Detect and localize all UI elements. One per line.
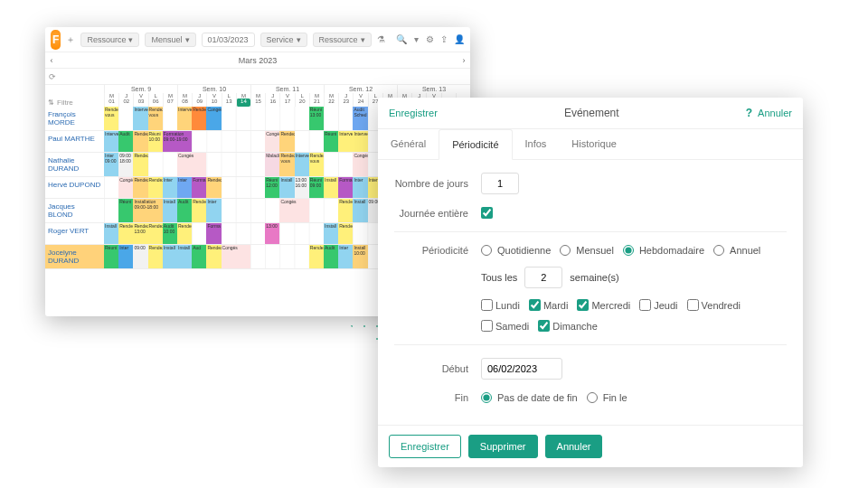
event-block[interactable]: Forma [192, 177, 206, 198]
resource-name[interactable]: Jacques BLOND [45, 199, 104, 222]
event-block[interactable]: Install [324, 177, 338, 198]
save-top-link[interactable]: Enregistrer [389, 108, 438, 118]
day-number[interactable]: 15 [250, 99, 265, 107]
event-block[interactable]: Intervention [338, 131, 353, 152]
event-block[interactable]: Inter [118, 245, 133, 268]
event-block[interactable]: Audit 10:00 [163, 223, 177, 244]
weekday-tue[interactable]: Mardi [529, 299, 569, 311]
resource-name[interactable]: Roger VERT [45, 223, 104, 244]
resource-name[interactable]: Hervé DUPOND [45, 177, 104, 198]
event-block[interactable]: Audit [118, 131, 133, 152]
day-number[interactable]: 09 [192, 99, 206, 107]
day-number[interactable]: 01 [104, 99, 118, 107]
event-block[interactable]: Inter 09:00 [104, 153, 118, 176]
weekday-wed[interactable]: Mercredi [577, 299, 630, 311]
resource-dropdown[interactable]: Ressource ▾ [80, 33, 139, 47]
end-noend[interactable]: Pas de date de fin [481, 392, 578, 403]
period-dropdown[interactable]: Mensuel ▾ [145, 33, 195, 47]
tab-general[interactable]: Général [378, 129, 439, 159]
event-block[interactable]: Inter [177, 177, 192, 198]
tab-periodicite[interactable]: Périodicité [439, 129, 512, 160]
resource2-dropdown[interactable]: Ressource ▾ [313, 33, 372, 47]
day-number[interactable]: 07 [163, 99, 177, 107]
event-block[interactable]: Intervention [177, 107, 192, 130]
weekday-mon[interactable]: Lundi [481, 299, 520, 311]
event-block[interactable]: Rendez [206, 177, 221, 198]
event-block[interactable]: Install [104, 223, 118, 244]
user-icon[interactable]: 👤 [454, 32, 465, 48]
search-icon[interactable]: 🔍 [396, 32, 407, 48]
allday-checkbox[interactable] [481, 207, 493, 219]
next-month[interactable]: › [458, 56, 470, 65]
event-block[interactable]: 09:00 [133, 245, 147, 268]
event-block[interactable]: Rendez [279, 131, 294, 152]
resource-name[interactable]: Paul MARTHE [45, 131, 104, 152]
event-block[interactable]: Install [163, 245, 177, 268]
event-block[interactable]: Rendez [133, 153, 147, 176]
day-number[interactable]: 08 [177, 99, 192, 107]
freq-yearly[interactable]: Annuel [713, 245, 760, 256]
event-block[interactable]: Réuni [104, 245, 118, 268]
day-number[interactable]: 10 [206, 99, 221, 107]
event-block[interactable]: Congés [118, 177, 133, 198]
event-block[interactable]: 09:00 18:00 [118, 153, 133, 176]
freq-monthly[interactable]: Mensuel [560, 245, 614, 256]
event-block[interactable]: Rendez [177, 223, 192, 244]
day-number[interactable]: 20 [295, 99, 309, 107]
day-number[interactable]: 14 [236, 99, 250, 107]
event-block[interactable]: Rendez-vous [104, 107, 118, 130]
sort-icon[interactable]: ▾ [412, 32, 420, 48]
event-block[interactable]: Audit [324, 245, 338, 268]
end-endson[interactable]: Fin le [587, 392, 627, 403]
event-block[interactable]: Rendez [338, 223, 353, 244]
event-block[interactable]: Réuni [324, 131, 338, 152]
tab-infos[interactable]: Infos [513, 129, 560, 159]
day-number[interactable]: 22 [324, 99, 338, 107]
day-number[interactable]: 06 [148, 99, 163, 107]
event-block[interactable]: Inter [338, 245, 353, 268]
weekday-fri[interactable]: Vendredi [687, 299, 741, 311]
event-block[interactable]: Rendez 13:00 [133, 223, 147, 244]
day-number[interactable]: 24 [353, 99, 367, 107]
event-block[interactable]: Install 10:00 [353, 245, 367, 268]
event-block[interactable]: Réuni 13:00 [309, 107, 324, 130]
event-block[interactable]: Intervention [104, 131, 118, 152]
event-block[interactable]: Intervention [295, 153, 309, 176]
event-block[interactable]: Réuni 09:00 [309, 177, 324, 198]
event-block[interactable]: Intervention [353, 131, 367, 152]
event-block[interactable]: Inter [163, 177, 177, 198]
prev-month[interactable]: ‹ [45, 56, 58, 65]
event-block[interactable]: Audit Sched [353, 107, 367, 130]
export-icon[interactable]: ⇪ [440, 32, 448, 48]
event-block[interactable]: Intervention [133, 107, 147, 130]
event-block[interactable]: Rendez [118, 223, 133, 244]
event-block[interactable]: Rendez [148, 223, 163, 244]
event-block[interactable]: Rendez [309, 245, 324, 268]
event-block[interactable]: Forma [338, 177, 353, 198]
event-block[interactable]: Inter [206, 199, 221, 222]
event-block[interactable]: Inter [353, 177, 367, 198]
event-block[interactable]: Audit [177, 199, 192, 222]
event-block[interactable]: Aud [192, 245, 206, 268]
event-block[interactable]: Rendez [133, 177, 147, 198]
event-block[interactable]: Install [163, 199, 177, 222]
resource-name[interactable]: François MORDE [45, 107, 104, 130]
resource-name[interactable]: Nathalie DURAND [45, 153, 104, 176]
event-block[interactable]: Congés [206, 107, 221, 130]
event-block[interactable]: Forma [206, 223, 221, 244]
date-input[interactable]: 01/03/2023 [202, 33, 255, 47]
save-button[interactable]: Enregistrer [389, 435, 461, 458]
day-number[interactable]: 23 [338, 99, 353, 107]
weekday-sun[interactable]: Dimanche [538, 320, 598, 332]
freq-weekly[interactable]: Hebdomadaire [623, 245, 704, 256]
weekday-thu[interactable]: Jeudi [639, 299, 677, 311]
day-number[interactable]: 17 [279, 99, 294, 107]
event-block[interactable]: 13:00 16:00 [295, 177, 309, 198]
event-block[interactable]: Maladie [265, 153, 279, 176]
day-number[interactable]: 03 [133, 99, 147, 107]
gear-icon[interactable]: ⚙ [426, 32, 434, 48]
day-number[interactable]: 02 [118, 99, 133, 107]
event-block[interactable]: Install [353, 199, 367, 222]
refresh-icon[interactable]: ⟳ [49, 72, 56, 81]
event-block[interactable]: Congés [279, 199, 308, 222]
